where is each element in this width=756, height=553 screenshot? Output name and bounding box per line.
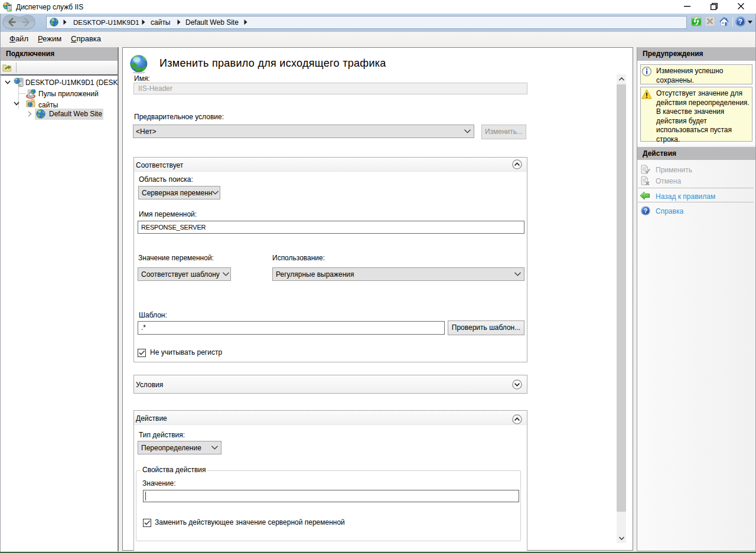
svg-text:?: ?: [738, 18, 742, 26]
svg-text:?: ?: [644, 207, 648, 214]
